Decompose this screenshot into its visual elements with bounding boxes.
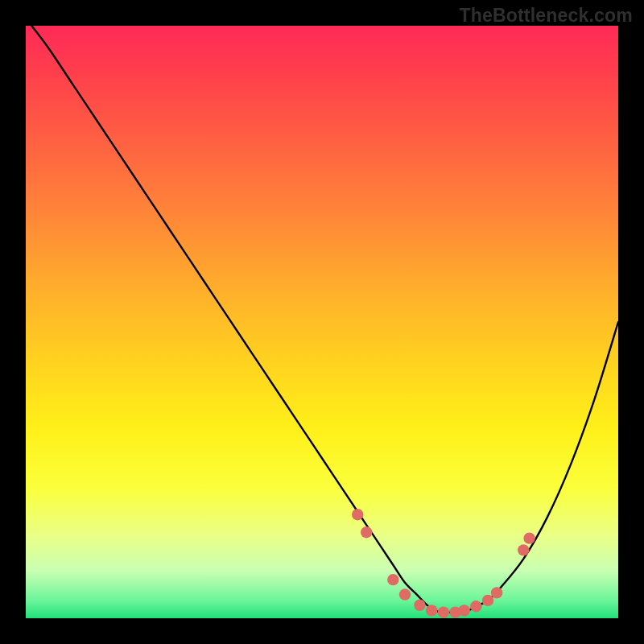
curve-layer bbox=[26, 26, 618, 618]
curve-marker bbox=[361, 526, 372, 538]
curve-marker bbox=[470, 601, 481, 612]
curve-marker bbox=[426, 605, 437, 616]
curve-marker bbox=[491, 587, 502, 598]
curve-marker bbox=[438, 606, 449, 617]
curve-marker bbox=[523, 532, 535, 543]
curve-marker bbox=[399, 588, 411, 600]
curve-marker bbox=[352, 509, 363, 520]
watermark-text: TheBottleneck.com bbox=[459, 5, 633, 27]
bottleneck-curve bbox=[31, 26, 618, 613]
plot-area bbox=[26, 26, 618, 618]
curve-marker bbox=[458, 605, 469, 616]
chart-frame: TheBottleneck.com bbox=[0, 0, 644, 644]
curve-markers bbox=[352, 509, 535, 618]
curve-marker bbox=[414, 600, 425, 611]
curve-marker bbox=[518, 544, 529, 555]
curve-marker bbox=[387, 574, 398, 585]
curve-marker bbox=[482, 595, 493, 606]
